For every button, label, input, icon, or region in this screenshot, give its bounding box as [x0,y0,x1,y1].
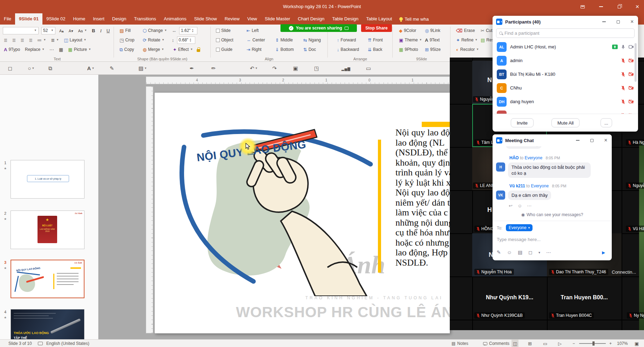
theme-button[interactable]: Theme▼ [398,37,421,43]
align-bottom-button[interactable]: Bottom [274,47,299,52]
tab-animations[interactable]: Animations [160,13,190,25]
text-tool-button[interactable]: ▼ [84,64,97,73]
align-to-object-checkbox[interactable]: Object [215,37,235,43]
slide-sorter-view-button[interactable]: ⊞ [527,340,533,347]
align-middle-button[interactable]: Middle [274,37,299,43]
slide-thumbnail-2[interactable]: Lê Ánh ★ BỘ LUẬT LAO ĐỘNG NĂM 2019 [11,211,84,249]
copy-button[interactable]: Copy [118,47,139,52]
reading-view-button[interactable]: ▭ [542,340,549,347]
tab-transitions[interactable]: Transitions [130,13,160,25]
participant-row-partial[interactable] [493,108,638,114]
bring-forward-button[interactable]: Forward [336,37,364,43]
9size-button[interactable]: 9Size [424,47,442,52]
tab-view[interactable]: View [243,13,261,25]
more-actions-button[interactable]: ... [601,118,612,127]
recipient-name[interactable]: Everyone [531,183,549,188]
emoji-icon[interactable]: ☺ [507,249,512,255]
invite-button[interactable]: Invite [511,118,534,127]
minimize-button[interactable] [596,2,605,11]
panel-maximize-button[interactable] [615,19,621,25]
erase-button[interactable]: Erase [455,28,477,33]
grid-options-button[interactable] [58,47,64,52]
duplicate-tool-button[interactable] [45,64,55,73]
save-button[interactable] [290,64,301,73]
slide-thumbnail-1[interactable]: 1. Luật và cơ sở pháp lý [11,160,84,199]
undo-button[interactable]: ▼ [247,64,260,73]
chat-input[interactable]: Type message here... [497,237,541,242]
cut-button[interactable]: Cut [480,28,494,33]
select-tool-button[interactable] [5,64,15,73]
tab-slide-show[interactable]: Slide Show [190,13,221,25]
align-right-button[interactable] [20,38,25,43]
send-backward-button[interactable]: Backward [336,47,364,52]
panel-close-button[interactable] [629,19,635,25]
mute-all-button[interactable]: Mute All [551,118,579,127]
presentation-tool-button[interactable] [363,64,374,73]
comments-button[interactable]: Comments [483,340,509,347]
zoom-in-button[interactable]: + [609,340,612,347]
chevron-down-icon[interactable]: ▾ [538,251,540,254]
ink-tool-button[interactable] [187,64,197,73]
muted-mic-icon[interactable] [621,86,625,91]
align-center-button[interactable] [11,38,17,43]
save-as-button[interactable] [311,64,322,73]
9color-button[interactable]: 9Color [398,28,421,33]
slide-thumbnail-4[interactable]: THỎA ƯỚC LAO ĐỘNG TẬP THỂ [11,309,84,339]
slide-thumbnail-3-selected[interactable]: Lê Ánh NỘI QUY LAO ĐỘNG [11,260,84,298]
lock-icon[interactable] [197,49,200,52]
stop-share-button[interactable]: Stop Share [361,24,392,32]
align-to-guide-checkbox[interactable]: Guide [215,47,233,52]
distribute-vertical-button[interactable]: Doc [302,47,317,52]
recolor-button[interactable]: Recolor▼ [455,47,480,52]
muted-mic-icon[interactable] [621,58,625,63]
tab-home[interactable]: Home [69,13,89,25]
more-actions-icon[interactable]: ⋯ [527,203,531,208]
grow-font-button[interactable] [58,28,65,33]
tab-review[interactable]: Review [221,13,244,25]
fit-to-window-button[interactable]: ▣ [633,340,640,347]
zoom-percentage[interactable]: 107% [617,340,628,347]
notes-button[interactable]: ▤Notes [452,340,468,347]
shape-width-input[interactable]: 1.62"▲▼ [179,27,197,34]
font-size-select[interactable]: 52▼ [41,27,55,34]
layout-button[interactable]: Layout▼ [63,37,87,43]
9photo-button[interactable]: 9Photo [398,47,421,52]
participant-row[interactable]: BT Bùi Thị Kiều Mi - K180 [493,67,638,81]
ribbon-options-button[interactable] [578,2,587,11]
9text-button[interactable]: 9Text [424,37,441,43]
chart-tool-button[interactable] [341,64,351,73]
align-left-objects-button[interactable]: Left [245,28,260,33]
participant-search-input[interactable]: Find a participant [496,28,635,38]
panel-maximize-button[interactable] [589,137,595,144]
camera-off-icon[interactable] [629,100,634,104]
shapes-tool-button[interactable]: ▼ [25,64,38,73]
participant-row[interactable]: A admin [493,54,638,67]
9link-button[interactable]: 9Link [424,28,441,33]
camera-off-icon[interactable] [629,86,634,90]
change-shape-button[interactable]: Change▼ [142,28,169,33]
fill-button[interactable]: Fill [118,28,139,33]
camera-off-icon[interactable] [629,72,634,76]
more-icon[interactable]: ⋯ [546,249,551,255]
more-options-button[interactable] [48,47,55,52]
slide-body-text[interactable]: Nội quy lao độ lao động (NL (NSDLĐ), thể… [395,128,455,268]
camera-off-icon[interactable] [629,59,634,62]
align-to-slide-checkbox[interactable]: Slide [215,28,232,33]
zoom-slider-thumb[interactable] [592,341,595,346]
merge-button[interactable]: Merge▼ [142,47,169,52]
shape-height-input[interactable]: 0.68"▲▼ [177,36,195,44]
distribute-horizontal-button[interactable]: Ngang [302,37,322,43]
panel-minimize-button[interactable] [601,19,607,25]
muted-mic-icon[interactable] [621,99,625,104]
language-indicator[interactable]: English (United States) [46,340,89,347]
tab-chart-design[interactable]: Chart Design [294,13,328,25]
underline-button[interactable] [106,28,111,33]
refine-button[interactable]: Refine▼ [455,37,477,43]
tell-me-box[interactable]: Tell me wha [396,13,432,25]
tab-9slide-01[interactable]: 9Slide 01 [15,13,42,25]
participant-row[interactable]: DH dang huyen [493,95,638,108]
participant-row[interactable]: AL Admin LHC (Host, me) [493,40,638,54]
picture-button[interactable]: Picture▼ [67,47,92,52]
bullets-button[interactable]: ▼ [36,38,47,43]
tab-insert[interactable]: Insert [89,13,108,25]
